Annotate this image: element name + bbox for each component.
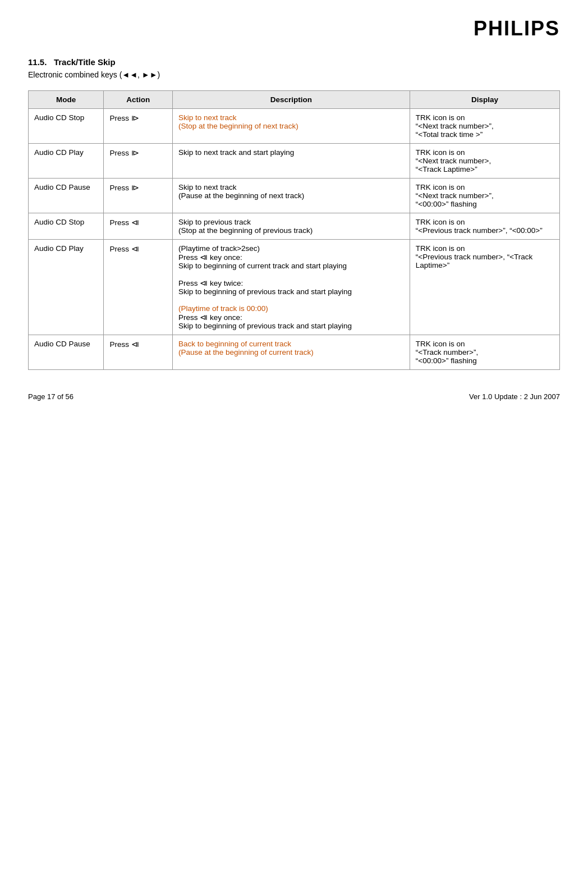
- row3-action: Press ⧐: [104, 179, 172, 213]
- footer-right: Ver 1.0 Update : 2 Jun 2007: [469, 392, 560, 401]
- table-row: Audio CD Play Press ⧐ Skip to next track…: [29, 144, 560, 179]
- row3-desc: Skip to next track (Pause at the beginni…: [172, 179, 410, 213]
- row1-action: Press ⧐: [104, 109, 172, 144]
- table-row: Audio CD Pause Press ⧏ Back to beginning…: [29, 335, 560, 370]
- row6-display: TRK icon is on “<Track number>”, “<00:00…: [410, 335, 559, 370]
- main-table: Mode Action Description Display Audio CD…: [28, 90, 560, 370]
- row2-mode: Audio CD Play: [29, 144, 104, 179]
- table-row: Audio CD Stop Press ⧏ Skip to previous t…: [29, 213, 560, 240]
- row4-action: Press ⧏: [104, 213, 172, 240]
- row5-action: Press ⧏: [104, 240, 172, 335]
- col-header-action: Action: [104, 91, 172, 109]
- footer: Page 17 of 56 Ver 1.0 Update : 2 Jun 200…: [28, 392, 560, 401]
- row2-desc: Skip to next track and start playing: [172, 144, 410, 179]
- section-title: 11.5. Track/Title Skip: [28, 57, 560, 67]
- row1-desc: Skip to next track(Stop at the beginning…: [172, 109, 410, 144]
- header-logo: PHILIPS: [28, 17, 560, 40]
- row1-display: TRK icon is on “<Next track number>”, “<…: [410, 109, 559, 144]
- table-row: Audio CD Play Press ⧏ (Playtime of track…: [29, 240, 560, 335]
- row4-display: TRK icon is on “<Previous track number>”…: [410, 213, 559, 240]
- col-header-display: Display: [410, 91, 559, 109]
- row5-display: TRK icon is on “<Previous track number>,…: [410, 240, 559, 335]
- row6-action: Press ⧏: [104, 335, 172, 370]
- row2-action: Press ⧐: [104, 144, 172, 179]
- row5-mode: Audio CD Play: [29, 240, 104, 335]
- section-subtitle: Electronic combined keys (◄◄, ►►): [28, 70, 560, 79]
- row4-mode: Audio CD Stop: [29, 213, 104, 240]
- row6-mode: Audio CD Pause: [29, 335, 104, 370]
- row1-mode: Audio CD Stop: [29, 109, 104, 144]
- row3-mode: Audio CD Pause: [29, 179, 104, 213]
- table-row: Audio CD Stop Press ⧐ Skip to next track…: [29, 109, 560, 144]
- row3-display: TRK icon is on “<Next track number>”, “<…: [410, 179, 559, 213]
- footer-left: Page 17 of 56: [28, 392, 74, 401]
- row2-display: TRK icon is on “<Next track number>, “<T…: [410, 144, 559, 179]
- row6-desc: Back to beginning of current track(Pause…: [172, 335, 410, 370]
- col-header-description: Description: [172, 91, 410, 109]
- row4-desc: Skip to previous track (Stop at the begi…: [172, 213, 410, 240]
- col-header-mode: Mode: [29, 91, 104, 109]
- row5-desc: (Playtime of track>2sec) Press ⧏ key onc…: [172, 240, 410, 335]
- table-row: Audio CD Pause Press ⧐ Skip to next trac…: [29, 179, 560, 213]
